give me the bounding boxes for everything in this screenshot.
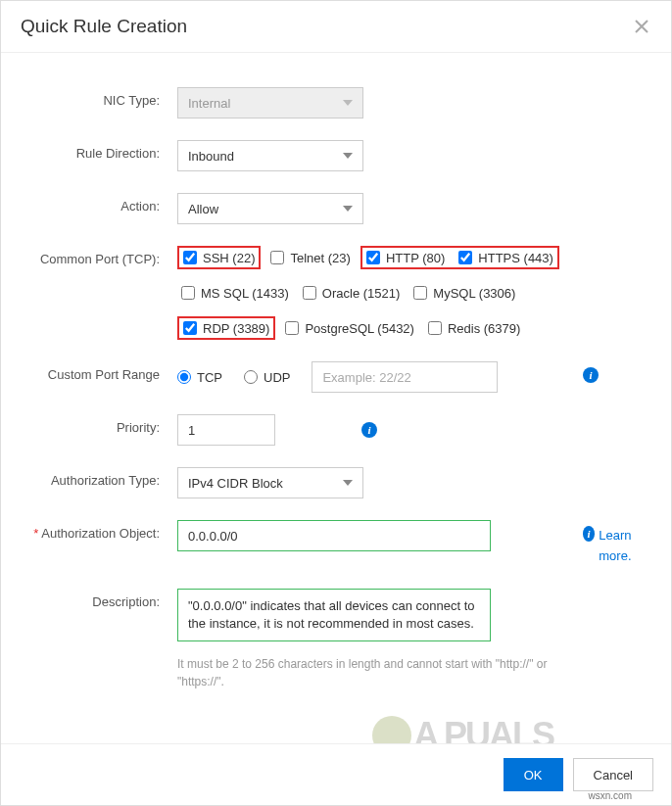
label-priority: Priority: xyxy=(21,414,177,435)
description-hint: It must be 2 to 256 characters in length… xyxy=(177,655,589,690)
dialog-body: NIC Type: Internal Rule Direction: Inbou… xyxy=(1,53,671,716)
learn-more-link[interactable]: Learn more. xyxy=(599,526,651,567)
quick-rule-dialog: Quick Rule Creation NIC Type: Internal R… xyxy=(0,0,672,806)
port-rdp-label: RDP (3389) xyxy=(203,322,269,335)
titlebar: Quick Rule Creation xyxy=(1,1,671,53)
port-oracle[interactable]: Oracle (1521) xyxy=(299,283,404,303)
port-rdp-checkbox[interactable] xyxy=(183,321,197,335)
label-action: Action: xyxy=(21,193,177,213)
label-nic-type: NIC Type: xyxy=(21,87,177,108)
nic-type-value: Internal xyxy=(188,96,230,111)
port-telnet-checkbox[interactable] xyxy=(270,251,284,264)
port-ssh[interactable]: SSH (22) xyxy=(177,246,261,269)
custom-port-input[interactable] xyxy=(312,361,498,393)
protocol-tcp-label: TCP xyxy=(197,370,222,385)
port-https-label: HTTPS (443) xyxy=(478,252,553,264)
ok-button[interactable]: OK xyxy=(504,758,563,791)
port-redis-label: Redis (6379) xyxy=(448,322,520,335)
auth-object-input[interactable] xyxy=(177,520,491,551)
port-mssql[interactable]: MS SQL (1433) xyxy=(177,283,293,303)
protocol-tcp-radio[interactable] xyxy=(177,370,191,384)
dialog-title: Quick Rule Creation xyxy=(21,16,187,37)
port-postgres-label: PostgreSQL (5432) xyxy=(305,322,414,335)
description-input[interactable] xyxy=(177,589,491,641)
priority-input[interactable] xyxy=(177,414,275,446)
port-http-checkbox[interactable] xyxy=(366,251,380,264)
port-postgres-checkbox[interactable] xyxy=(285,321,299,335)
protocol-udp-label: UDP xyxy=(264,370,290,385)
label-common-port: Common Port (TCP): xyxy=(21,246,177,266)
port-redis[interactable]: Redis (6379) xyxy=(424,318,524,338)
protocol-udp[interactable]: UDP xyxy=(244,370,290,385)
protocol-tcp[interactable]: TCP xyxy=(177,370,222,385)
source-tag: wsxn.com xyxy=(589,790,632,801)
port-redis-checkbox[interactable] xyxy=(428,321,442,335)
label-custom-port: Custom Port Range xyxy=(21,361,177,382)
info-icon: i xyxy=(583,526,595,542)
label-auth-type: Authorization Type: xyxy=(21,467,177,488)
port-mssql-checkbox[interactable] xyxy=(181,286,195,300)
required-marker: * xyxy=(33,526,38,541)
auth-type-value: IPv4 CIDR Block xyxy=(188,476,283,491)
label-rule-direction: Rule Direction: xyxy=(21,140,177,161)
port-http-label: HTTP (80) xyxy=(386,252,445,264)
dialog-footer: OK Cancel xyxy=(1,743,671,805)
port-oracle-checkbox[interactable] xyxy=(303,286,316,300)
action-select[interactable]: Allow xyxy=(177,193,363,224)
port-oracle-label: Oracle (1521) xyxy=(322,287,400,300)
label-auth-object: *Authorization Object: xyxy=(21,520,177,541)
port-mssql-label: MS SQL (1433) xyxy=(201,287,289,300)
cancel-button[interactable]: Cancel xyxy=(573,758,653,791)
protocol-udp-radio[interactable] xyxy=(244,370,258,384)
chevron-down-icon xyxy=(343,100,353,106)
rule-direction-select[interactable]: Inbound xyxy=(177,140,363,171)
port-telnet[interactable]: Telnet (23) xyxy=(266,248,354,267)
nic-type-select: Internal xyxy=(177,87,363,119)
chevron-down-icon xyxy=(343,206,353,212)
port-mysql-label: MySQL (3306) xyxy=(433,287,515,300)
action-value: Allow xyxy=(188,202,218,216)
port-https[interactable]: HTTPS (443) xyxy=(455,248,557,267)
port-http[interactable]: HTTP (80) xyxy=(362,248,449,267)
port-https-checkbox[interactable] xyxy=(458,251,472,264)
chevron-down-icon xyxy=(343,153,353,159)
info-icon[interactable]: i xyxy=(361,422,377,438)
close-icon[interactable] xyxy=(632,17,651,36)
port-rdp[interactable]: RDP (3389) xyxy=(177,316,275,340)
rule-direction-value: Inbound xyxy=(188,149,234,164)
port-ssh-label: SSH (22) xyxy=(203,252,255,264)
chevron-down-icon xyxy=(343,480,353,486)
port-mysql[interactable]: MySQL (3306) xyxy=(409,283,519,303)
port-postgres[interactable]: PostgreSQL (5432) xyxy=(281,318,418,338)
port-mysql-checkbox[interactable] xyxy=(413,286,427,300)
auth-type-select[interactable]: IPv4 CIDR Block xyxy=(177,467,363,498)
port-telnet-label: Telnet (23) xyxy=(290,252,350,264)
info-icon[interactable]: i xyxy=(583,367,599,383)
port-ssh-checkbox[interactable] xyxy=(183,251,197,264)
label-description: Description: xyxy=(21,589,177,609)
